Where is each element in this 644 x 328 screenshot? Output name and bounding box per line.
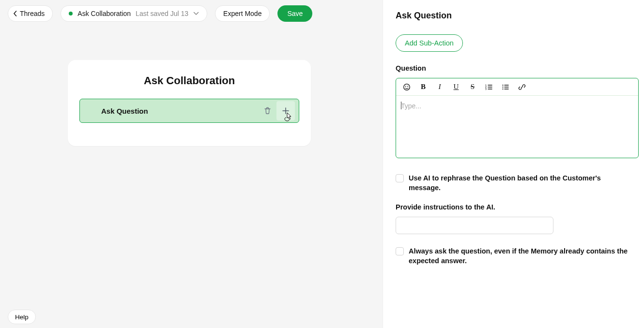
instructions-label: Provide instructions to the AI. [396, 203, 637, 211]
add-sub-action-button[interactable]: Add Sub-Action [396, 34, 463, 52]
link-icon [518, 83, 526, 91]
expert-mode-button[interactable]: Expert Mode [215, 5, 270, 22]
question-placeholder: Type... [401, 102, 421, 110]
question-textarea[interactable]: Type... [396, 96, 638, 158]
chevron-left-icon [13, 11, 17, 16]
help-button[interactable]: Help [8, 310, 36, 324]
plus-icon [282, 107, 290, 115]
underline-button[interactable]: U [451, 82, 461, 92]
italic-button[interactable]: I [435, 82, 445, 92]
link-button[interactable] [517, 82, 527, 92]
canvas-card: Ask Collaboration Ask Question [68, 60, 311, 146]
emoji-button[interactable] [402, 82, 412, 92]
question-label: Question [396, 64, 637, 72]
question-editor[interactable]: B I U S 1 2 3 [396, 78, 639, 158]
instructions-input[interactable] [396, 217, 553, 234]
svg-point-7 [502, 86, 503, 87]
delete-action-button[interactable] [258, 101, 276, 120]
trash-icon [264, 107, 271, 115]
ai-rephrase-checkbox[interactable] [396, 174, 404, 182]
strikethrough-button[interactable]: S [468, 82, 477, 92]
ordered-list-button[interactable]: 1 2 3 [484, 82, 494, 92]
always-ask-label: Always ask the question, even if the Mem… [409, 247, 631, 266]
details-sidebar: Ask Question Add Sub-Action Question B I… [383, 0, 644, 328]
ai-rephrase-label: Use AI to rephrase the Question based on… [409, 174, 631, 193]
unordered-list-button[interactable] [501, 82, 510, 92]
svg-point-0 [404, 84, 410, 90]
canvas-title: Ask Collaboration [79, 75, 299, 87]
unordered-list-icon [502, 83, 509, 91]
svg-point-2 [407, 86, 408, 87]
action-label: Ask Question [101, 107, 258, 115]
saved-text: Last saved Jul 13 [136, 10, 188, 17]
action-row-ask-question[interactable]: Ask Question [79, 99, 299, 123]
ordered-list-icon: 1 2 3 [485, 83, 493, 91]
add-sub-label: Add Sub-Action [405, 39, 454, 47]
save-label: Save [287, 10, 303, 17]
chevron-down-icon [193, 12, 199, 15]
project-name: Ask Collaboration [77, 10, 131, 17]
editor-toolbar: B I U S 1 2 3 [396, 78, 638, 96]
svg-point-8 [502, 88, 503, 89]
back-threads-button[interactable]: Threads [8, 5, 53, 22]
status-dot-icon [69, 12, 73, 15]
svg-point-1 [405, 86, 406, 87]
emoji-icon [403, 83, 411, 91]
bold-button[interactable]: B [418, 82, 428, 92]
svg-text:3: 3 [485, 87, 487, 90]
add-action-button[interactable] [276, 101, 295, 120]
help-label: Help [15, 313, 29, 321]
save-button[interactable]: Save [277, 5, 312, 22]
always-ask-checkbox[interactable] [396, 247, 404, 255]
expert-label: Expert Mode [223, 10, 261, 17]
back-label: Threads [20, 10, 45, 17]
panel-title: Ask Question [396, 11, 637, 21]
svg-point-6 [502, 84, 503, 85]
project-status-pill[interactable]: Ask Collaboration Last saved Jul 13 [61, 5, 207, 22]
